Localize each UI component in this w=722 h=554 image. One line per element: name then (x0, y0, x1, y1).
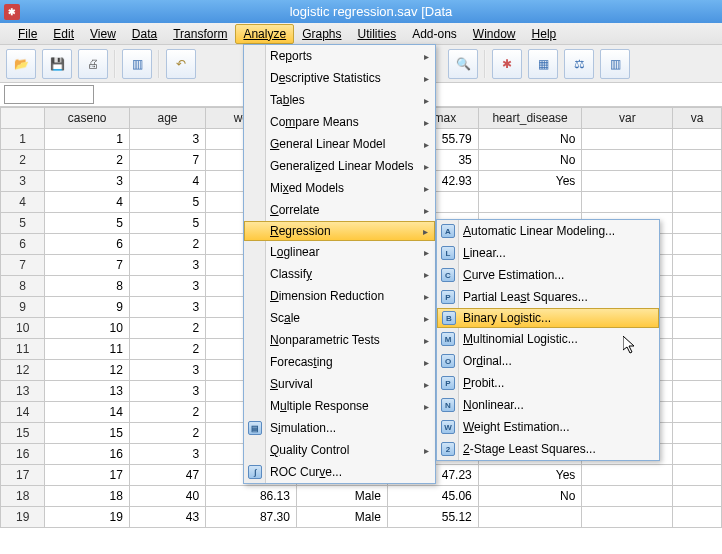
cell-empty[interactable] (582, 150, 673, 171)
menu-analyze[interactable]: Analyze (235, 24, 294, 44)
insert-cases-button[interactable]: ✱ (492, 49, 522, 79)
save-button[interactable]: 💾 (42, 49, 72, 79)
col-header-var[interactable]: var (582, 108, 673, 129)
cell-age[interactable]: 40 (129, 486, 205, 507)
cell-empty[interactable] (673, 276, 722, 297)
cell-age[interactable]: 3 (129, 381, 205, 402)
cell-empty[interactable] (582, 171, 673, 192)
cell-empty[interactable] (673, 423, 722, 444)
menu-item-weight-estimation[interactable]: WWeight Estimation... (437, 416, 659, 438)
weight-cases-button[interactable]: ⚖ (564, 49, 594, 79)
menu-item-nonlinear[interactable]: NNonlinear... (437, 394, 659, 416)
cell-heart-disease[interactable]: No (478, 486, 582, 507)
menu-data[interactable]: Data (124, 24, 165, 44)
cell-caseno[interactable]: 6 (45, 234, 130, 255)
cell-gender[interactable]: Male (296, 507, 387, 528)
cell-empty[interactable] (673, 444, 722, 465)
row-number-cell[interactable]: 12 (1, 360, 45, 381)
cell-age[interactable]: 2 (129, 339, 205, 360)
cell-age[interactable]: 3 (129, 255, 205, 276)
cell-empty[interactable] (673, 465, 722, 486)
cell-weight[interactable]: 87.30 (206, 507, 297, 528)
cell-age[interactable]: 7 (129, 150, 205, 171)
cell-age[interactable]: 43 (129, 507, 205, 528)
cell-age[interactable]: 5 (129, 192, 205, 213)
cell-age[interactable]: 3 (129, 276, 205, 297)
row-number-cell[interactable]: 14 (1, 402, 45, 423)
menu-utilities[interactable]: Utilities (349, 24, 404, 44)
row-number-cell[interactable]: 9 (1, 297, 45, 318)
row-number-cell[interactable]: 2 (1, 150, 45, 171)
menu-item-generalized-linear-models[interactable]: Generalized Linear Models (244, 155, 435, 177)
menu-item-ordinal[interactable]: OOrdinal... (437, 350, 659, 372)
menu-item-automatic-linear-modeling[interactable]: AAutomatic Linear Modeling... (437, 220, 659, 242)
cell-empty[interactable] (582, 192, 673, 213)
cell-caseno[interactable]: 13 (45, 381, 130, 402)
cell-empty[interactable] (673, 255, 722, 276)
menu-file[interactable]: File (10, 24, 45, 44)
menu-item-dimension-reduction[interactable]: Dimension Reduction (244, 285, 435, 307)
cell-caseno[interactable]: 3 (45, 171, 130, 192)
row-number-cell[interactable]: 5 (1, 213, 45, 234)
menu-item-scale[interactable]: Scale (244, 307, 435, 329)
menu-item-binary-logistic[interactable]: BBinary Logistic... (437, 308, 659, 328)
cell-caseno[interactable]: 10 (45, 318, 130, 339)
print-button[interactable]: 🖨 (78, 49, 108, 79)
cell-empty[interactable] (582, 465, 673, 486)
cell-empty[interactable] (673, 297, 722, 318)
cell-caseno[interactable]: 2 (45, 150, 130, 171)
row-number-cell[interactable]: 18 (1, 486, 45, 507)
cell-heart-disease[interactable]: No (478, 129, 582, 150)
cell-empty[interactable] (582, 129, 673, 150)
select-cases-button[interactable]: ▥ (600, 49, 630, 79)
row-number-cell[interactable]: 10 (1, 318, 45, 339)
row-number-cell[interactable]: 11 (1, 339, 45, 360)
row-number-cell[interactable]: 16 (1, 444, 45, 465)
cell-age[interactable]: 47 (129, 465, 205, 486)
menu-graphs[interactable]: Graphs (294, 24, 349, 44)
cell-heart-disease[interactable] (478, 507, 582, 528)
undo-button[interactable]: ↶ (166, 49, 196, 79)
menu-item-roc-curve[interactable]: ∫ROC Curve... (244, 461, 435, 483)
cell-empty[interactable] (582, 486, 673, 507)
cell-age[interactable]: 2 (129, 402, 205, 423)
menu-item-tables[interactable]: Tables (244, 89, 435, 111)
cell-heart-disease[interactable] (478, 192, 582, 213)
menu-item-correlate[interactable]: Correlate (244, 199, 435, 221)
row-number-cell[interactable]: 3 (1, 171, 45, 192)
row-number-cell[interactable]: 13 (1, 381, 45, 402)
cell-age[interactable]: 5 (129, 213, 205, 234)
menu-item-nonparametric-tests[interactable]: Nonparametric Tests (244, 329, 435, 351)
cell-empty[interactable] (673, 381, 722, 402)
menu-item-two-stage-least-squares[interactable]: 22-Stage Least Squares... (437, 438, 659, 460)
menu-view[interactable]: View (82, 24, 124, 44)
cell-caseno[interactable]: 1 (45, 129, 130, 150)
col-header-caseno[interactable]: caseno (45, 108, 130, 129)
cell-empty[interactable] (673, 213, 722, 234)
cell-caseno[interactable]: 9 (45, 297, 130, 318)
cell-empty[interactable] (673, 486, 722, 507)
cell-heart-disease[interactable]: Yes (478, 171, 582, 192)
cell-empty[interactable] (673, 339, 722, 360)
row-number-cell[interactable]: 19 (1, 507, 45, 528)
cell-age[interactable]: 2 (129, 318, 205, 339)
cell-caseno[interactable]: 4 (45, 192, 130, 213)
menu-item-general-linear-model[interactable]: General Linear Model (244, 133, 435, 155)
menu-item-multinomial-logistic[interactable]: MMultinomial Logistic... (437, 328, 659, 350)
menu-addons[interactable]: Add-ons (404, 24, 465, 44)
cell-caseno[interactable]: 19 (45, 507, 130, 528)
menu-help[interactable]: Help (524, 24, 565, 44)
cell-empty[interactable] (673, 402, 722, 423)
cell-age[interactable]: 3 (129, 360, 205, 381)
menu-edit[interactable]: Edit (45, 24, 82, 44)
col-header-age[interactable]: age (129, 108, 205, 129)
cell-empty[interactable] (582, 507, 673, 528)
cell-weight[interactable]: 86.13 (206, 486, 297, 507)
menu-item-probit[interactable]: PProbit... (437, 372, 659, 394)
menu-item-multiple-response[interactable]: Multiple Response (244, 395, 435, 417)
menu-item-forecasting[interactable]: Forecasting (244, 351, 435, 373)
cell-caseno[interactable]: 5 (45, 213, 130, 234)
row-number-cell[interactable]: 7 (1, 255, 45, 276)
row-number-cell[interactable]: 17 (1, 465, 45, 486)
cell-vo2max[interactable]: 45.06 (387, 486, 478, 507)
